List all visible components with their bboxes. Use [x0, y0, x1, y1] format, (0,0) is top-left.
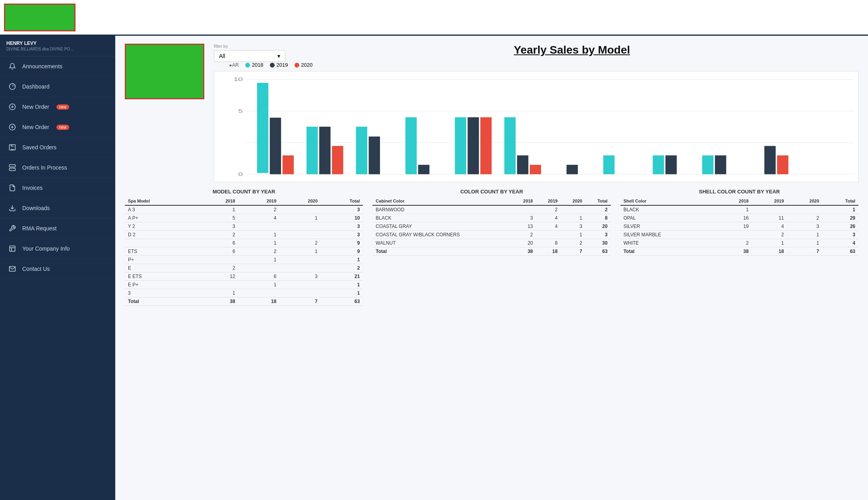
mail-icon: [8, 264, 17, 273]
sidebar-username: HENRY LEVY: [6, 41, 109, 46]
sidebar-item-orders-in-process[interactable]: Orders In Process: [0, 158, 115, 178]
sidebar-label-dashboard: Dashboard: [22, 83, 50, 90]
table-row: 311: [125, 289, 363, 297]
table-total-row: Total3818763: [372, 247, 610, 256]
table-row: WHITE2114: [620, 239, 858, 247]
model-2020-header: 2020: [279, 197, 321, 205]
main-content: filter by All ▾ Yearly Sales by Model ▸: [115, 36, 868, 500]
color-count-title: COLOR COUNT BY YEAR: [372, 189, 610, 195]
svg-rect-56: [702, 155, 713, 174]
plus-icon-2: [8, 123, 17, 131]
model-2019-header: 2019: [238, 197, 280, 205]
model-total-header: Total: [321, 197, 363, 205]
svg-rect-62: [777, 155, 788, 174]
table-total-row: Total3818763: [125, 297, 363, 306]
color-2019-header: 2019: [536, 197, 561, 205]
filter-label: filter by: [214, 44, 285, 48]
table-total-row: Total3818763: [620, 247, 858, 256]
invoice-icon: [8, 183, 17, 192]
shell-col-header: Shell Color: [620, 197, 717, 205]
svg-rect-13: [10, 246, 15, 251]
sidebar-label-announcements: Announcements: [22, 63, 62, 69]
model-count-title: MODEL COUNT BY YEAR: [125, 189, 363, 195]
legend-2018: 2018: [245, 62, 264, 68]
sidebar: HENRY LEVY DIVINE BILLIARDS dba DIVINE P…: [0, 36, 115, 500]
bell-icon: [8, 62, 17, 71]
svg-rect-40: [504, 117, 515, 174]
filter-dropdown[interactable]: All ▾: [214, 50, 285, 62]
svg-rect-23: [283, 155, 294, 174]
svg-rect-9: [10, 168, 15, 171]
color-total-header: Total: [585, 197, 611, 205]
svg-text:10: 10: [233, 77, 243, 82]
sidebar-user: HENRY LEVY DIVINE BILLIARDS dba DIVINE P…: [0, 36, 115, 56]
sidebar-item-contact-us[interactable]: Contact Us: [0, 259, 115, 279]
table-row: ETS6219: [125, 247, 363, 256]
bar-chart-container: 10 5 0 A 3: [214, 71, 858, 182]
svg-rect-7: [10, 145, 15, 150]
legend-label-2020: 2020: [301, 62, 313, 68]
svg-rect-42: [530, 165, 541, 174]
header: [0, 0, 868, 36]
sidebar-item-new-order-2[interactable]: New Order new: [0, 117, 115, 137]
legend-dot-2019: [270, 63, 275, 68]
sidebar-label-rma-request: RMA Request: [22, 225, 56, 232]
table-row: A P+54110: [125, 214, 363, 222]
svg-rect-29: [356, 127, 367, 174]
svg-rect-25: [306, 127, 318, 174]
gear-icon: [8, 163, 17, 172]
svg-rect-8: [10, 165, 15, 167]
sidebar-item-downloads[interactable]: Downloads: [0, 198, 115, 218]
sidebar-label-company-info: Your Company Info: [22, 245, 70, 252]
table-row: SILVER194326: [620, 222, 858, 231]
svg-rect-48: [603, 155, 614, 174]
bar-chart-svg: 10 5 0 A 3: [218, 75, 854, 178]
table-row: 6129: [125, 239, 363, 247]
model-2018-header: 2018: [197, 197, 238, 205]
sidebar-label-new-order-1: New Order: [22, 104, 49, 110]
sidebar-label-orders-in-process: Orders In Process: [22, 164, 67, 171]
legend-2019: 2019: [270, 62, 288, 68]
filter-value: All: [219, 53, 225, 59]
svg-rect-21: [257, 83, 268, 173]
svg-text:5: 5: [238, 108, 243, 114]
color-count-table: Cabinet Color 2018 2019 2020 Total BARNW…: [372, 197, 610, 256]
header-logo: [4, 4, 76, 31]
svg-rect-22: [270, 118, 281, 174]
wrench-icon: [8, 224, 17, 233]
table-row: BLACK11: [620, 205, 858, 214]
sidebar-label-invoices: Invoices: [22, 185, 43, 191]
sidebar-label-new-order-2: New Order: [22, 124, 49, 130]
sidebar-item-rma-request[interactable]: RMA Request: [0, 218, 115, 239]
legend-dot-2018: [245, 63, 250, 68]
table-row: D 2213: [125, 231, 363, 239]
legend-label-2019: 2019: [277, 62, 288, 68]
table-row: COASTAL GRAY W/BLACK CORNERS213: [372, 231, 610, 239]
sidebar-item-dashboard[interactable]: Dashboard: [0, 77, 115, 97]
table-row: BLACK3418: [372, 214, 610, 222]
svg-rect-27: [332, 146, 343, 174]
table-row: A 3123: [125, 205, 363, 214]
chart-icon: [8, 82, 17, 91]
legend-dot-2020: [294, 63, 299, 68]
table-row: OPAL1611229: [620, 214, 858, 222]
table-row: E22: [125, 264, 363, 272]
svg-rect-30: [369, 137, 380, 174]
table-row: E P+11: [125, 281, 363, 289]
table-row: E ETS126321: [125, 272, 363, 281]
table-row: BARNWOOD22: [372, 205, 610, 214]
sidebar-item-new-order-1[interactable]: New Order new: [0, 97, 115, 117]
sidebar-item-invoices[interactable]: Invoices: [0, 178, 115, 198]
sidebar-item-announcements[interactable]: Announcements: [0, 56, 115, 77]
sidebar-item-company-info[interactable]: Your Company Info: [0, 239, 115, 259]
table-row: P+11: [125, 256, 363, 264]
svg-rect-45: [566, 165, 577, 174]
sidebar-item-saved-orders[interactable]: Saved Orders: [0, 137, 115, 158]
shell-color-block: SHELL COLOR COUNT BY YEAR Shell Color 20…: [620, 189, 858, 256]
color-col-header: Cabinet Color: [372, 197, 511, 205]
building-icon: [8, 244, 17, 253]
plus-icon-1: [8, 102, 17, 111]
table-row: Y 233: [125, 222, 363, 231]
sidebar-label-saved-orders: Saved Orders: [22, 144, 56, 151]
table-row: WALNUT208230: [372, 239, 610, 247]
